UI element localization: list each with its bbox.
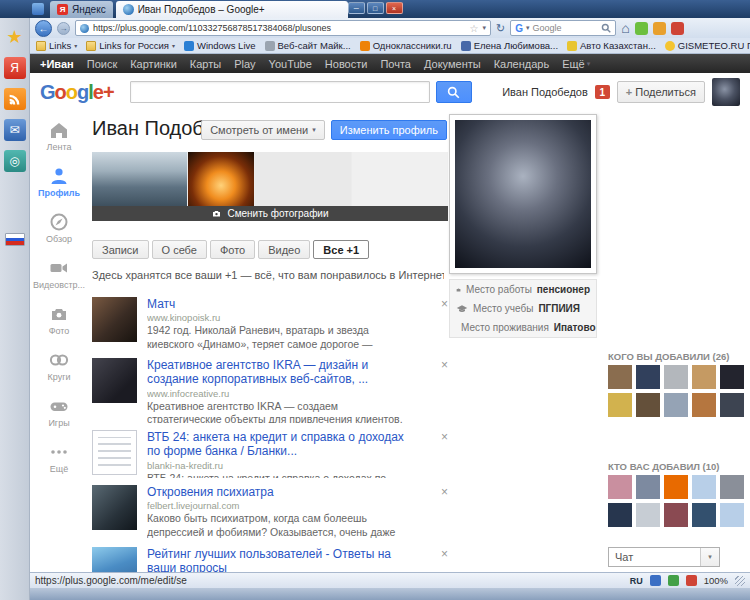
minimize-button[interactable]: ─ [348,2,365,14]
resize-grip[interactable] [735,576,745,586]
gbar-link-images[interactable]: Картинки [130,58,177,70]
contact-avatar[interactable] [608,393,632,417]
item-title-link[interactable]: Креативное агентство IKRA — дизайн и соз… [147,358,409,387]
tab-photos[interactable]: Фото [210,240,255,259]
strip-photo-empty[interactable] [255,152,351,206]
change-photos-button[interactable]: Сменить фотографии [92,206,448,221]
contact-avatar[interactable] [692,475,716,499]
statusbar-addon-icon[interactable] [686,575,697,586]
account-name[interactable]: Иван Подобедов [502,86,588,98]
google-search-input[interactable] [130,81,430,103]
maximize-button[interactable]: □ [367,2,384,14]
contact-avatar[interactable] [664,503,688,527]
gbar-link-calendar[interactable]: Календарь [494,58,550,70]
addon-icon[interactable] [671,22,684,35]
sidebar-item-games[interactable]: Игры [30,395,88,428]
contact-avatar[interactable] [608,475,632,499]
tab-about[interactable]: О себе [152,240,207,259]
mail-icon[interactable]: ✉ [4,119,26,141]
notifications-badge[interactable]: 1 [595,85,610,99]
item-title-link[interactable]: ВТБ 24: анкета на кредит и справка о дох… [147,430,409,459]
item-thumbnail[interactable] [92,485,137,530]
statusbar-addon-icon[interactable] [668,575,679,586]
sidebar-item-profile[interactable]: Профиль [30,165,88,198]
share-button[interactable]: +Поделиться [617,81,705,103]
contact-avatar[interactable] [720,475,744,499]
home-button[interactable]: ⌂ [621,20,629,36]
gbar-link-maps[interactable]: Карты [190,58,221,70]
item-title-link[interactable]: Откровения психиатра [147,485,409,499]
photos-icon[interactable]: ◎ [4,150,26,172]
strip-photo-fire[interactable] [188,152,254,206]
browser-tab-googleplus[interactable]: Иван Подобедов – Google+ [116,1,348,18]
forward-button[interactable]: → [57,22,70,35]
yandex-app-icon[interactable]: Я [4,57,26,79]
favorites-star-icon[interactable]: ★ [4,26,26,48]
back-button[interactable]: ← [35,20,52,37]
gbar-link-search[interactable]: Поиск [87,58,117,70]
addon-icon[interactable] [653,22,666,35]
contact-avatar[interactable] [720,503,744,527]
contact-avatar[interactable] [636,365,660,389]
remove-item-icon[interactable]: × [441,430,448,444]
item-thumbnail[interactable] [92,547,137,572]
sidebar-item-photos[interactable]: Фото [30,303,88,336]
item-thumbnail[interactable] [92,358,137,403]
gbar-link-more[interactable]: Ещё▾ [562,58,590,70]
contact-avatar[interactable] [692,365,716,389]
russian-flag-icon[interactable] [5,233,25,246]
remove-item-icon[interactable]: × [441,297,448,311]
url-dropdown-icon[interactable]: ▾ [482,24,486,32]
engine-dropdown-icon[interactable]: ▾ [526,24,530,32]
contact-avatar[interactable] [664,393,688,417]
chat-box[interactable]: Чат ▾ [608,547,720,567]
tab-plusones[interactable]: Все +1 [313,240,369,259]
url-bar[interactable]: https://plus.google.com/1103327568785173… [75,20,491,36]
bookmark-folder[interactable]: Links for Россия▾ [86,40,175,51]
bookmark-item[interactable]: Авто Казахстан... [567,40,656,51]
gbar-link-mail[interactable]: Почта [380,58,411,70]
contact-avatar[interactable] [636,503,660,527]
edit-profile-button[interactable]: Изменить профиль [331,120,447,140]
sidebar-item-circles[interactable]: Круги [30,349,88,382]
contact-avatar[interactable] [720,365,744,389]
item-title-link[interactable]: Матч [147,297,409,311]
gbar-link-docs[interactable]: Документы [424,58,481,70]
bookmark-item[interactable]: Веб-сайт Майк... [265,40,351,51]
item-thumbnail[interactable] [92,297,137,342]
bookmark-star-icon[interactable]: ☆ [470,23,479,34]
strip-photo-empty[interactable] [352,152,448,206]
bookmark-item[interactable]: Windows Live [184,40,256,51]
statusbar-addon-icon[interactable] [650,575,661,586]
item-thumbnail[interactable] [92,430,137,475]
browser-tab-yandex[interactable]: Я Яндекс [50,1,113,18]
item-title-link[interactable]: Рейтинг лучших пользователей - Ответы на… [147,547,409,572]
gbar-link-plus-ivan[interactable]: +Иван [40,58,74,70]
addon-icon[interactable] [635,22,648,35]
sidebar-item-hangouts[interactable]: Видеовстр... [30,257,88,290]
contact-avatar[interactable] [692,393,716,417]
contact-avatar[interactable] [664,365,688,389]
search-box[interactable]: G ▾ Google [510,20,616,36]
contact-avatar[interactable] [636,393,660,417]
close-button[interactable]: × [386,2,403,14]
strip-photo-mountains[interactable] [92,152,187,206]
profile-photo[interactable] [455,120,591,268]
sidebar-item-more[interactable]: Ещё [30,441,88,474]
contact-avatar[interactable] [636,475,660,499]
account-avatar[interactable] [712,78,740,106]
remove-item-icon[interactable]: × [441,547,448,561]
bookmark-folder[interactable]: Links▾ [36,40,77,51]
rss-icon[interactable] [4,88,26,110]
gbar-link-news[interactable]: Новости [325,58,368,70]
gbar-link-youtube[interactable]: YouTube [269,58,312,70]
sidebar-item-explore[interactable]: Обзор [30,211,88,244]
contact-avatar[interactable] [664,475,688,499]
search-icon[interactable] [601,23,611,33]
tab-videos[interactable]: Видео [258,240,310,259]
google-search-button[interactable] [436,81,472,103]
reload-button[interactable]: ↻ [496,22,505,35]
remove-item-icon[interactable]: × [441,485,448,499]
bookmark-item[interactable]: Елена Любимова... [461,40,558,51]
contact-avatar[interactable] [720,393,744,417]
